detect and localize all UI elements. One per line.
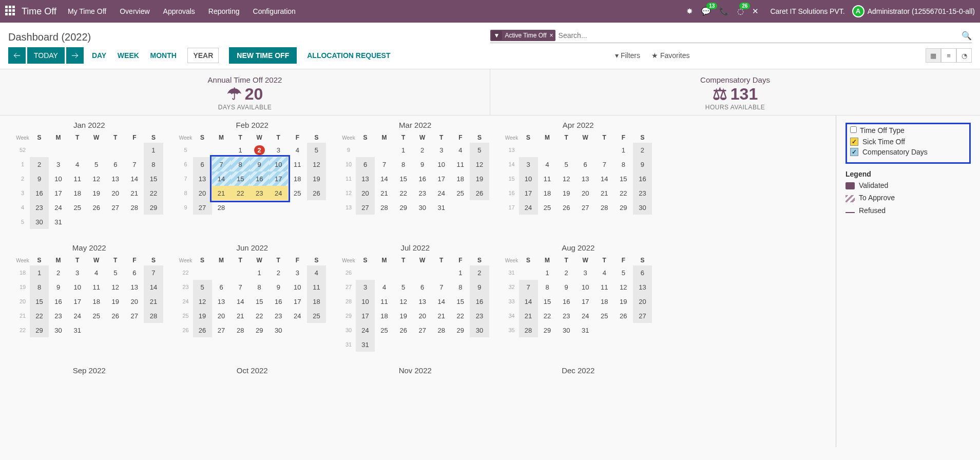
day-cell[interactable]: 14 (212, 171, 231, 186)
day-cell[interactable]: 9 (250, 157, 269, 171)
view-year[interactable]: YEAR (187, 48, 219, 63)
day-cell[interactable]: 21 (375, 186, 394, 200)
new-time-off-button[interactable]: NEW TIME OFF (229, 47, 297, 64)
day-cell[interactable]: 1 (614, 143, 633, 157)
day-cell[interactable]: 27 (212, 323, 231, 337)
day-cell[interactable]: 6 (125, 265, 144, 280)
day-cell[interactable]: 24 (68, 309, 87, 323)
day-cell[interactable]: 17 (49, 186, 68, 200)
day-cell[interactable]: 24 (288, 309, 307, 323)
day-cell[interactable]: 14 (432, 294, 451, 309)
day-cell[interactable]: 31 (68, 323, 87, 337)
menu-reporting[interactable]: Reporting (208, 7, 240, 15)
day-cell[interactable]: 6 (356, 157, 375, 171)
day-cell[interactable]: 18 (68, 186, 87, 200)
day-cell[interactable]: 29 (30, 323, 49, 337)
day-cell[interactable]: 15 (538, 294, 557, 309)
day-cell[interactable]: 8 (538, 280, 557, 294)
timeoff-type-all-checkbox[interactable] (850, 126, 857, 133)
day-cell[interactable]: 11 (595, 280, 614, 294)
bug-icon[interactable]: ✸ (686, 7, 693, 16)
day-cell[interactable]: 6 (106, 157, 125, 171)
day-cell[interactable]: 24 (519, 200, 538, 215)
day-cell[interactable]: 30 (30, 215, 49, 229)
day-cell[interactable]: 11 (288, 157, 307, 171)
day-cell[interactable]: 2 (557, 265, 576, 280)
day-cell[interactable]: 19 (193, 309, 212, 323)
day-cell[interactable]: 13 (106, 171, 125, 186)
day-cell[interactable]: 20 (576, 186, 595, 200)
day-cell[interactable]: 1 (394, 143, 413, 157)
day-cell[interactable]: 12 (307, 157, 326, 171)
day-cell[interactable]: 4 (538, 157, 557, 171)
day-cell[interactable]: 24 (269, 186, 288, 200)
day-cell[interactable]: 3 (576, 265, 595, 280)
day-cell[interactable]: 26 (193, 323, 212, 337)
day-cell[interactable]: 4 (375, 280, 394, 294)
day-cell[interactable]: 29 (144, 200, 163, 215)
day-cell[interactable]: 3 (432, 143, 451, 157)
day-cell[interactable]: 25 (538, 200, 557, 215)
menu-overview[interactable]: Overview (120, 7, 149, 15)
search-input[interactable] (559, 31, 957, 40)
day-cell[interactable]: 8 (394, 157, 413, 171)
day-cell[interactable]: 17 (68, 294, 87, 309)
company-name[interactable]: Caret IT Solutions PVT. (770, 7, 844, 15)
day-cell[interactable]: 5 (193, 280, 212, 294)
day-cell[interactable]: 8 (144, 157, 163, 171)
day-cell[interactable]: 22 (394, 186, 413, 200)
day-cell[interactable]: 5 (470, 143, 489, 157)
day-cell[interactable]: 30 (557, 323, 576, 337)
day-cell[interactable]: 27 (193, 200, 212, 215)
day-cell[interactable]: 6 (193, 157, 212, 171)
filters-dropdown[interactable]: ▾ Filters (615, 51, 640, 60)
day-cell[interactable]: 30 (49, 323, 68, 337)
day-cell[interactable]: 21 (595, 186, 614, 200)
day-cell[interactable]: 16 (250, 171, 269, 186)
filter-chip-active[interactable]: ▼ Active Time Off × (490, 30, 555, 41)
day-cell[interactable]: 13 (356, 171, 375, 186)
day-cell[interactable]: 31 (49, 215, 68, 229)
day-cell[interactable]: 28 (519, 323, 538, 337)
day-cell[interactable]: 23 (250, 186, 269, 200)
day-cell[interactable]: 16 (470, 294, 489, 309)
day-cell[interactable]: 17 (356, 309, 375, 323)
day-cell[interactable]: 18 (288, 171, 307, 186)
day-cell[interactable]: 19 (106, 294, 125, 309)
type-sick[interactable]: ✓Sick Time Off (850, 138, 966, 146)
day-cell[interactable]: 23 (269, 309, 288, 323)
day-cell[interactable]: 2 (30, 157, 49, 171)
day-cell[interactable]: 25 (595, 309, 614, 323)
day-cell[interactable]: 1 (538, 265, 557, 280)
prev-button[interactable]: 🡠 (8, 47, 26, 64)
day-cell[interactable]: 27 (106, 200, 125, 215)
day-cell[interactable]: 1 (250, 265, 269, 280)
day-cell[interactable]: 25 (288, 186, 307, 200)
day-cell[interactable]: 4 (595, 265, 614, 280)
day-cell[interactable]: 29 (614, 200, 633, 215)
day-cell[interactable]: 23 (470, 309, 489, 323)
day-cell[interactable]: 26 (614, 309, 633, 323)
day-cell[interactable]: 27 (633, 309, 652, 323)
day-cell[interactable]: 15 (250, 294, 269, 309)
day-cell[interactable]: 7 (212, 157, 231, 171)
day-cell[interactable]: 22 (231, 186, 250, 200)
day-cell[interactable]: 26 (87, 200, 106, 215)
day-cell[interactable]: 11 (375, 294, 394, 309)
day-cell[interactable]: 17 (576, 294, 595, 309)
phone-icon[interactable]: 📞 (719, 7, 729, 16)
day-cell[interactable]: 16 (49, 294, 68, 309)
day-cell[interactable]: 10 (49, 171, 68, 186)
day-cell[interactable]: 29 (538, 323, 557, 337)
day-cell[interactable]: 10 (288, 280, 307, 294)
day-cell[interactable]: 16 (269, 294, 288, 309)
day-cell[interactable]: 25 (68, 200, 87, 215)
day-cell[interactable]: 4 (68, 157, 87, 171)
day-cell[interactable]: 17 (288, 294, 307, 309)
day-cell[interactable]: 4 (87, 265, 106, 280)
tools-icon[interactable]: ✕ (752, 7, 759, 16)
day-cell[interactable]: 15 (451, 294, 470, 309)
day-cell[interactable]: 4 (288, 143, 307, 157)
day-cell[interactable]: 13 (576, 171, 595, 186)
day-cell[interactable]: 10 (356, 294, 375, 309)
